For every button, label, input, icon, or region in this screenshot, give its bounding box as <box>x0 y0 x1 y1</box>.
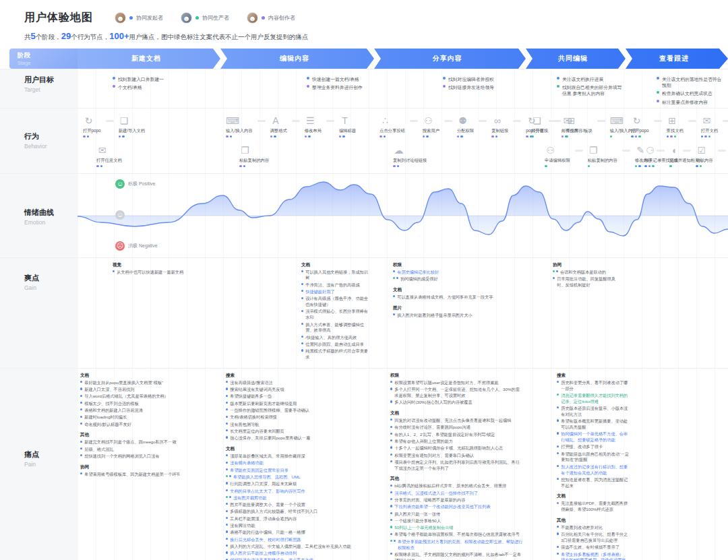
behavior-node[interactable]: T编辑标题 <box>339 115 356 138</box>
pain-item-text: 希望有@他人并附上位置的能力 <box>394 439 453 445</box>
pain-cell-4: 搜索历史和变更分离、看不到谁改动了哪一部分消息记录需要翻很久才能找到文档的记录、… <box>526 369 632 560</box>
pain-item: 筛选不生效、有时候就不显示了 <box>557 545 630 551</box>
dot-b <box>80 441 82 443</box>
pain-item: 想知道是谁在看、因为消息没提醒记不起来 <box>557 477 630 489</box>
stage-arrow-3[interactable]: 分享内容 <box>374 49 526 69</box>
gain-block: 图片插入图片时能看到格子提示显示图片大小 <box>393 305 523 319</box>
persona-dots <box>226 423 228 428</box>
stage-label-box: 阶段 Stage <box>9 49 78 69</box>
behavior-node[interactable]: ☑确认内容 <box>696 145 712 168</box>
pain-item-text: 希望每个格子都能单独设置权限、不然每次都担心信息泄露被改序号 <box>394 532 520 538</box>
persona-dots <box>457 135 463 138</box>
behavior-node[interactable]: A调整格式 <box>270 115 287 138</box>
dot-b <box>274 135 276 138</box>
target-row: 用户目标 Target 找到新建入口并新建一个文档/表格快速创建一篇文档/表格整… <box>0 69 728 108</box>
persona-dots <box>390 540 396 551</box>
pain-item: 想快速找到一个文档的网格浏览入口没有 <box>80 454 218 460</box>
behavior-node[interactable]: ✉打开任意文档 <box>96 145 122 168</box>
dot-b <box>557 445 559 447</box>
dot-b <box>396 277 398 279</box>
behavior-label: 查找文档 <box>667 128 684 134</box>
stage-arrows: 新建文档编辑内容分享内容共同编辑查看跟进 <box>78 49 728 69</box>
stage-label-zh: 阶段 <box>18 51 78 60</box>
target-item: 整理业务资料并进行创作 <box>307 84 371 90</box>
pain-item: 权限变更没有通知到对方、需要靠口头确认 <box>390 453 523 459</box>
behavior-node[interactable]: ❐粘贴复制的内容 <box>239 145 269 168</box>
behavior-label: 搜索用户 <box>423 128 439 134</box>
dot-g <box>226 496 228 498</box>
behavior-node[interactable]: ❐粘贴复制的内容 <box>588 145 617 168</box>
emotion-curve-svg <box>78 174 728 257</box>
persona-dots <box>557 532 559 543</box>
copy-icon: ❐ <box>239 145 251 156</box>
persona-dots <box>226 468 228 474</box>
dot-p <box>226 135 229 138</box>
pain-item-text: 历史和变更分离、看不到谁改动了哪一部分 <box>561 380 630 392</box>
dot-p <box>635 135 638 138</box>
dot-p <box>557 502 559 504</box>
dot-b <box>384 135 386 138</box>
pain-item: 50列以上一个单元格复制会出错 <box>390 525 523 531</box>
gain-item: 快捷键超好用了 <box>301 289 371 295</box>
behavior-node[interactable]: ❏新建/导入文档 <box>119 115 146 138</box>
behavior-node[interactable]: ✉打开文档 <box>701 115 718 138</box>
dot-g <box>531 135 534 138</box>
pain-item-text: 担心没保存、关掉后要回popo里再确认一遍 <box>230 435 310 441</box>
persona-dots <box>491 135 497 138</box>
pain-item: 下拉列表功能希望一个改动能同步改变其他下拉列表 <box>390 504 523 510</box>
pain-item: 导入word后格式错乱（尤其是带表格的文档） <box>80 394 218 400</box>
persona-dots <box>226 135 232 138</box>
behavior-label: 粘贴复制的内容 <box>239 158 269 164</box>
target-dot <box>443 85 446 88</box>
dot-b <box>226 517 228 519</box>
persona-dots <box>226 482 228 487</box>
persona-dots <box>390 512 392 518</box>
target-text: 关注该文档执行进展 <box>562 76 603 82</box>
persona-dots <box>226 381 228 386</box>
chat-bubble-icon: ⚆ <box>644 145 656 156</box>
behavior-row-label: 行为 Behavior <box>0 108 78 173</box>
behavior-node[interactable]: ∞复制链接 <box>491 115 508 138</box>
stage-arrow-1[interactable]: 新建文档 <box>78 49 220 69</box>
legend-item: ☻内容创作者 <box>247 12 295 24</box>
stage-arrow-4[interactable]: 共同编辑 <box>526 49 626 69</box>
behavior-cell-2: ⌨输入/插入内容A调整格式☰修改布局T编辑标题❐粘贴复制的内容 <box>220 108 374 173</box>
behavior-node[interactable]: ∴点击分享按钮 <box>380 115 405 138</box>
behavior-node[interactable]: ☰修改布局 <box>305 115 322 138</box>
gain-item-text: 日常用批注功能、回复提醒很及时、反馈机制挺好 <box>557 276 623 288</box>
behavior-label: 复制到讨论组链接 <box>393 158 427 164</box>
dot-b <box>557 553 559 555</box>
dot-b <box>308 135 311 138</box>
pain-item-text: 希望分享前能预览对方看到的页面、权限改动能立即生效、帮助进行权限检查 <box>398 539 523 551</box>
behavior-node[interactable]: ↻打开popo <box>83 115 101 138</box>
behavior-node[interactable]: ⚇申请编辑权限 <box>545 145 570 168</box>
persona-dots <box>301 342 303 348</box>
behavior-node[interactable]: ⊞查找文档 <box>667 115 684 138</box>
persona-dots <box>390 439 392 445</box>
persona-dots <box>96 165 102 168</box>
target-list: 关注该文档的落地性是否符合预期检查并确认文档完成状态标注重要点并修改内容 <box>632 73 725 105</box>
behavior-node[interactable]: ⌨输入/插入内容 <box>226 115 253 138</box>
behavior-node[interactable]: ↻打开popo <box>631 115 649 138</box>
behavior-node[interactable]: ❏打开链接 <box>531 115 548 138</box>
stage-arrow-2[interactable]: 编辑内容 <box>220 49 374 69</box>
pain-item-text: 插入图片后不能按上传顺序自动排列 <box>230 551 297 557</box>
dot-b <box>644 165 647 168</box>
persona-dots <box>631 135 641 138</box>
dot-b <box>394 540 396 542</box>
doc-search-icon: ⊞ <box>566 115 577 127</box>
persona-dots <box>557 452 559 463</box>
legend-dot <box>129 16 133 20</box>
pain-block: 文档最好能支持从popo里直接插入文档里“模板”新建入口太深、不容易找到导入wo… <box>80 373 218 428</box>
behavior-node[interactable]: ⊞查找内容/板块 <box>566 115 593 138</box>
pain-item: 新建入口太深、不容易找到 <box>80 387 218 393</box>
dot-g <box>393 277 395 279</box>
behavior-node[interactable]: ⚆聊天记录查找链接 <box>644 145 678 168</box>
behavior-node[interactable]: ⚉分配权限 <box>457 115 474 138</box>
behavior-node[interactable]: ⚇搜索用户 <box>423 115 439 138</box>
stage-arrow-5[interactable]: 查看跟进 <box>626 49 728 69</box>
pain-item-text: 不能看到改动差异对比 <box>561 525 603 531</box>
behavior-node[interactable]: ☁复制到讨论组链接 <box>393 145 427 168</box>
refresh-icon: ↻ <box>631 115 642 127</box>
target-dot <box>557 85 559 88</box>
